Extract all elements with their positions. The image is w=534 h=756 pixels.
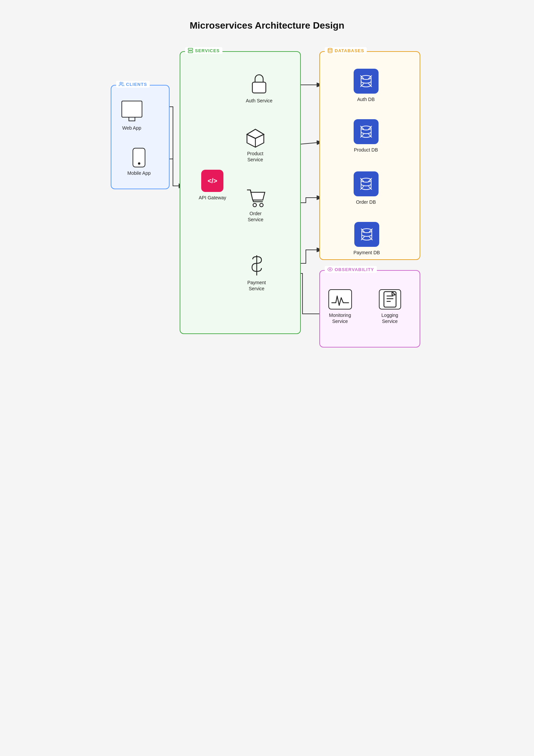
- paymentdb-node: Payment DB: [354, 222, 380, 256]
- svg-point-1: [120, 82, 121, 84]
- productservice-node: ProductService: [245, 128, 265, 163]
- orderdb-node: Order DB: [354, 171, 379, 205]
- monitoring-node: MonitoringService: [328, 289, 352, 324]
- productdb-label: Product DB: [354, 147, 378, 153]
- productservice-label: ProductService: [247, 151, 263, 163]
- webapp-label: Web App: [122, 125, 141, 131]
- mobileapp-label: Mobile App: [128, 170, 151, 176]
- product-icon: [245, 128, 265, 148]
- monitoring-icon: [328, 289, 352, 309]
- monitoring-label: MonitoringService: [329, 312, 351, 324]
- svg-point-12: [253, 203, 256, 207]
- paymentservice-label: PaymentService: [247, 280, 266, 292]
- svg-point-13: [260, 203, 263, 207]
- svg-point-36: [329, 269, 331, 270]
- authdb-icon: [354, 69, 379, 94]
- clients-label: CLIENTS: [116, 81, 150, 88]
- observability-label: OBSERVABILITY: [325, 266, 377, 273]
- mobile-icon: [133, 148, 145, 167]
- apigateway-label: API Gateway: [199, 195, 226, 201]
- paymentdb-label: Payment DB: [354, 250, 380, 256]
- mobileapp-node: Mobile App: [128, 148, 151, 176]
- services-group: SERVICES </> API Gateway Auth Service: [180, 51, 301, 334]
- orderservice-label: OrderService: [248, 210, 263, 223]
- page-container: Microservices Architecture Design: [107, 20, 427, 415]
- productdb-node: Product DB: [354, 119, 379, 153]
- webapp-node: Web App: [121, 101, 142, 131]
- clients-group: CLIENTS Web App Mobile App: [111, 85, 170, 189]
- svg-point-15: [328, 48, 332, 50]
- diagram-area: CLIENTS Web App Mobile App: [107, 44, 427, 415]
- dollar-icon: [247, 254, 267, 277]
- database-icon: [327, 48, 333, 53]
- logging-node: LoggingService: [379, 289, 401, 324]
- orderdb-icon: [354, 171, 379, 196]
- orderservice-node: OrderService: [245, 188, 266, 223]
- cart-icon: [245, 188, 266, 208]
- databases-label: DATABASES: [325, 47, 367, 54]
- monitor-icon: [121, 101, 142, 118]
- authservice-label: Auth Service: [246, 98, 273, 104]
- authdb-label: Auth DB: [357, 96, 375, 102]
- databases-group: DATABASES Auth DB: [319, 51, 420, 260]
- api-gateway-icon: </>: [201, 170, 223, 192]
- people-icon: [119, 81, 124, 87]
- svg-rect-6: [252, 82, 266, 93]
- eye-icon: [327, 267, 333, 272]
- svg-rect-3: [188, 51, 192, 53]
- logging-icon: [379, 289, 401, 309]
- productdb-icon: [354, 119, 379, 144]
- server-icon: [188, 48, 193, 53]
- paymentservice-node: PaymentService: [247, 254, 267, 292]
- apigateway-node: </> API Gateway: [199, 170, 226, 201]
- svg-rect-2: [188, 48, 192, 50]
- authdb-node: Auth DB: [354, 69, 379, 102]
- services-label: SERVICES: [185, 47, 223, 54]
- observability-group: OBSERVABILITY MonitoringService: [319, 270, 420, 348]
- lock-icon: [250, 72, 269, 95]
- orderdb-label: Order DB: [356, 199, 376, 205]
- page-title: Microservices Architecture Design: [107, 20, 427, 31]
- paymentdb-icon: [354, 222, 379, 247]
- logging-label: LoggingService: [382, 312, 398, 324]
- authservice-node: Auth Service: [246, 72, 273, 104]
